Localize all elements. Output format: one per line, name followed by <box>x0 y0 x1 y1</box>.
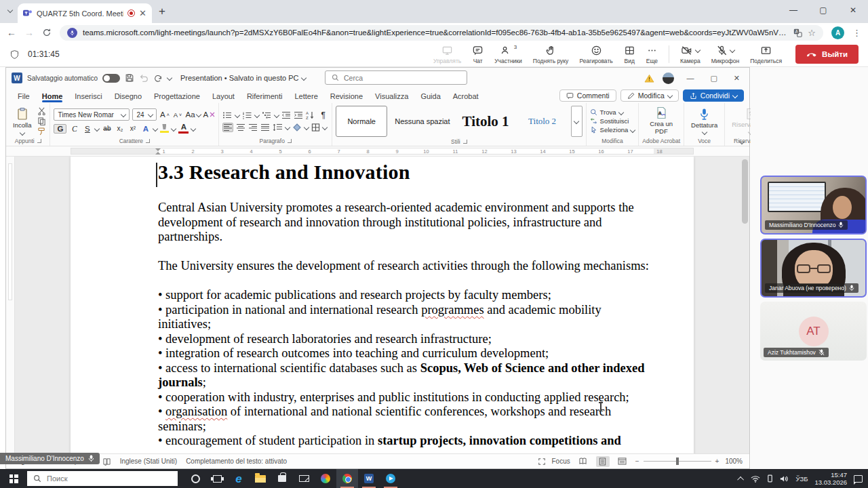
bullets-button[interactable] <box>222 111 233 119</box>
raise-hand-button[interactable]: Поднять руку <box>528 43 574 66</box>
tab-revisione[interactable]: Revisione <box>324 90 369 102</box>
taskbar-photos-button[interactable] <box>315 469 336 488</box>
copy-icon[interactable] <box>37 117 46 125</box>
taskbar-edge-button[interactable]: e <box>228 469 250 488</box>
focus-label[interactable]: Focus <box>552 458 570 465</box>
zoom-knob[interactable] <box>676 458 679 465</box>
align-left-button[interactable] <box>222 123 233 132</box>
find-button[interactable]: Trova <box>590 108 635 116</box>
tab-lettere[interactable]: Lettere <box>289 90 324 102</box>
text-effects-chevron-icon[interactable] <box>153 125 158 131</box>
omnibox[interactable]: teams.microsoft.com/light-meetings/launc… <box>60 25 823 41</box>
multilevel-list-button[interactable] <box>262 111 272 119</box>
word-restore-button[interactable]: ▢ <box>706 74 721 83</box>
taskbar-search-box[interactable] <box>27 471 178 486</box>
tab-acrobat[interactable]: Acrobat <box>447 90 485 102</box>
browser-tab[interactable]: QUARTZ 5th Coord. Meetin ✕ <box>18 3 152 23</box>
camera-button[interactable]: Камера <box>675 43 706 66</box>
tray-expand-icon[interactable] <box>738 476 745 483</box>
browser-close-button[interactable]: ✕ <box>838 0 868 20</box>
redo-icon[interactable] <box>153 73 163 83</box>
dictate-button[interactable]: Dettatura <box>688 107 721 136</box>
word-close-button[interactable]: ✕ <box>730 74 744 83</box>
translate-icon[interactable]: A <box>793 28 802 37</box>
justify-button[interactable] <box>260 123 270 131</box>
style-normal[interactable]: Normale <box>336 106 387 137</box>
participant-tile[interactable]: AT Aziz Tukhtamishov <box>760 302 867 361</box>
comments-button[interactable]: Commenti <box>559 89 616 102</box>
taskbar-cortana-button[interactable] <box>184 469 206 488</box>
start-button[interactable] <box>0 469 27 488</box>
create-pdf-button[interactable]: A Crea un PDF <box>642 106 680 136</box>
style-heading2[interactable]: Titolo 2 <box>517 106 568 137</box>
tab-search-chevron-icon[interactable] <box>8 3 12 15</box>
tab-file[interactable]: File <box>12 90 36 102</box>
word-minimize-button[interactable]: — <box>682 74 698 82</box>
shield-icon[interactable] <box>9 49 20 60</box>
line-spacing-button[interactable] <box>273 123 283 131</box>
superscript-button[interactable]: x² <box>127 125 138 132</box>
back-icon[interactable]: ← <box>7 27 16 38</box>
style-no-spacing[interactable]: Nessuna spaziat <box>390 106 454 137</box>
align-right-button[interactable] <box>248 123 258 131</box>
new-tab-button[interactable]: + <box>159 5 165 17</box>
warning-icon[interactable] <box>644 74 654 83</box>
align-center-button[interactable] <box>236 123 245 131</box>
tab-progettazione[interactable]: Progettazione <box>148 90 206 102</box>
leave-meeting-button[interactable]: Выйти <box>795 45 859 64</box>
tab-visualizza[interactable]: Visualizza <box>369 90 414 102</box>
font-size-combo[interactable]: 24 <box>132 108 157 121</box>
tab-riferimenti[interactable]: Riferimenti <box>241 90 289 102</box>
qat-customize-chevron-icon[interactable] <box>167 75 172 81</box>
tab-disegno[interactable]: Disegno <box>108 90 148 102</box>
taskbar-explorer-button[interactable] <box>250 469 271 488</box>
zoom-slider[interactable]: − + <box>635 458 719 465</box>
font-dialog-launcher[interactable] <box>146 139 150 143</box>
italic-button[interactable]: C <box>69 125 79 133</box>
proofing-icon[interactable] <box>102 458 111 466</box>
highlight-button[interactable] <box>160 124 169 133</box>
zoom-level[interactable]: 100% <box>725 458 743 465</box>
web-layout-button[interactable] <box>616 456 629 467</box>
change-case-button[interactable]: Aa <box>185 110 200 119</box>
grow-font-button[interactable]: A˄ <box>159 110 170 119</box>
font-color-chevron-icon[interactable] <box>191 125 196 131</box>
undo-icon[interactable] <box>139 73 149 83</box>
styles-dialog-launcher[interactable] <box>463 140 467 144</box>
language-switcher[interactable]: ЎЗБ <box>795 475 808 483</box>
taskbar-word-button[interactable]: W <box>358 469 380 488</box>
tab-guida[interactable]: Guida <box>414 90 446 102</box>
subscript-button[interactable]: x₂ <box>115 125 125 132</box>
show-formatting-button[interactable]: ¶ <box>318 110 328 120</box>
styles-more-button[interactable] <box>571 106 583 137</box>
editing-mode-button[interactable]: Modifica <box>620 89 679 102</box>
tab-home[interactable]: Home <box>36 90 69 102</box>
bookmark-star-icon[interactable]: ☆ <box>808 28 816 38</box>
share-document-button[interactable]: Condividi <box>683 89 744 102</box>
zoom-track[interactable] <box>644 461 711 462</box>
highlight-chevron-icon[interactable] <box>171 125 176 131</box>
print-layout-button[interactable] <box>596 456 610 467</box>
decrease-indent-button[interactable] <box>281 111 291 119</box>
word-search-input[interactable] <box>344 74 460 82</box>
read-mode-button[interactable] <box>576 456 590 467</box>
microphone-button[interactable]: Микрофон <box>706 43 745 66</box>
sort-button[interactable]: AZ <box>306 111 315 119</box>
autosave-toggle[interactable] <box>102 74 120 83</box>
camera-chevron-icon[interactable] <box>695 47 701 53</box>
action-center-icon[interactable] <box>854 475 863 483</box>
shrink-font-button[interactable]: A˅ <box>172 111 182 119</box>
save-icon[interactable] <box>125 73 134 83</box>
format-painter-icon[interactable] <box>37 127 46 136</box>
numbering-button[interactable] <box>242 111 252 119</box>
participant-tile[interactable]: Janar Abuova (не проверено) <box>760 239 867 298</box>
tab-layout[interactable]: Layout <box>206 90 241 102</box>
strikethrough-button[interactable]: ab <box>102 125 112 132</box>
underline-button[interactable]: S <box>82 125 92 133</box>
browser-restore-button[interactable]: ▢ <box>808 0 838 20</box>
font-name-combo[interactable]: Times New Romar <box>54 108 130 121</box>
borders-button[interactable] <box>311 123 320 131</box>
clear-formatting-button[interactable]: A <box>203 110 216 119</box>
select-button[interactable]: Seleziona <box>590 126 635 134</box>
device-icon[interactable] <box>767 474 773 483</box>
